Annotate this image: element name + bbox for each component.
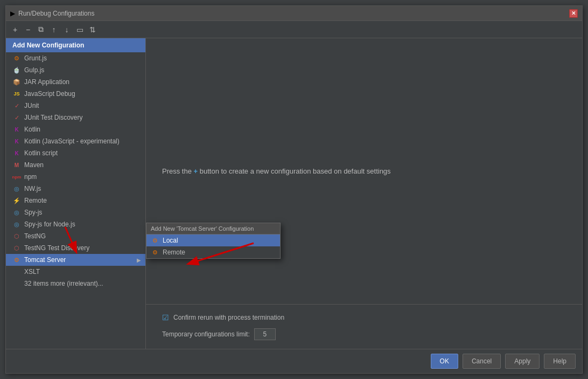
menu-item-label: Kotlin (JavaScript - experimental) [24, 137, 141, 145]
submenu-item-remote[interactable]: ⚙ Remote [146, 246, 280, 258]
submenu-item-label: Remote [163, 249, 276, 256]
gulp-icon: 🍵 [12, 66, 21, 74]
cancel-button[interactable]: Cancel [463, 354, 501, 369]
npm-icon: npm [12, 173, 21, 181]
bottom-options: ☑ Confirm rerun with process termination… [146, 304, 582, 349]
menu-item-maven[interactable]: M Maven [6, 159, 145, 171]
menu-item-label: Tomcat Server [24, 256, 134, 264]
kotlin-js-icon: K [12, 137, 21, 146]
submenu-arrow-icon: ▶ [137, 257, 141, 263]
menu-item-label: Spy-js for Node.js [24, 220, 141, 228]
kotlin-script-icon: K [12, 149, 21, 157]
menu-item-label: JAR Application [24, 78, 141, 86]
add-new-configuration-header[interactable]: Add New Configuration [6, 38, 145, 52]
menu-item-label: JUnit Test Discovery [24, 114, 141, 121]
title-bar: ▶ Run/Debug Configurations ✕ [6, 6, 582, 21]
remove-config-button[interactable]: − [22, 24, 34, 36]
menu-item-npm[interactable]: npm npm [6, 171, 145, 183]
spyjs-icon: ◎ [12, 208, 21, 217]
minus-icon: − [26, 25, 30, 34]
menu-item-spyjs-node[interactable]: ◎ Spy-js for Node.js [6, 218, 145, 230]
folder-icon: ▭ [76, 25, 83, 34]
menu-item-junit[interactable]: ✓ JUnit [6, 100, 145, 112]
copy-config-button[interactable]: ⧉ [35, 24, 47, 36]
dialog-title: Run/Debug Configurations [18, 10, 94, 17]
help-button[interactable]: Help [544, 354, 576, 369]
right-panel: Press the + button to create a new confi… [146, 38, 582, 349]
ok-button[interactable]: OK [431, 354, 458, 369]
arrow-up-icon: ↑ [52, 25, 56, 34]
submenu-header: Add New 'Tomcat Server' Configuration [146, 223, 280, 235]
menu-item-label: Gulp.js [24, 66, 141, 74]
dialog-icon: ▶ [10, 10, 15, 17]
run-debug-dialog: ▶ Run/Debug Configurations ✕ + − ⧉ ↑ ↓ ▭… [5, 5, 583, 374]
junit-icon: ✓ [12, 101, 21, 110]
tomcat-icon: ⚙ [12, 256, 21, 264]
copy-icon: ⧉ [38, 25, 44, 34]
move-down-button[interactable]: ↓ [61, 24, 73, 36]
menu-item-label: TestNG Test Discovery [24, 244, 141, 252]
limit-input[interactable] [254, 328, 276, 340]
menu-item-testng-discovery[interactable]: ⬡ TestNG Test Discovery [6, 242, 145, 254]
sort-icon: ⇅ [89, 25, 96, 34]
menu-item-kotlin-js[interactable]: K Kotlin (JavaScript - experimental) [6, 135, 145, 147]
limit-row: Temporary configurations limit: [162, 328, 566, 340]
menu-item-nw[interactable]: ◎ NW.js [6, 183, 145, 195]
grunt-icon: ⚙ [12, 54, 21, 63]
xslt-icon [12, 267, 21, 276]
menu-item-gulp[interactable]: 🍵 Gulp.js [6, 64, 145, 76]
menu-item-label: NW.js [24, 185, 141, 192]
menu-item-tomcat[interactable]: ⚙ Tomcat Server ▶ [6, 254, 145, 266]
submenu-item-local[interactable]: ⚙ Local [146, 235, 280, 246]
menu-item-junit-discovery[interactable]: ✓ JUnit Test Discovery [6, 112, 145, 123]
menu-item-grunt[interactable]: ⚙ Grunt.js [6, 52, 145, 64]
sort-button[interactable]: ⇅ [87, 24, 99, 36]
menu-item-more[interactable]: 32 items more (irrelevant)... [6, 278, 145, 290]
add-config-button[interactable]: + [9, 24, 21, 36]
folder-button[interactable]: ▭ [74, 24, 86, 36]
menu-item-label: Kotlin script [24, 149, 141, 157]
spyjs-node-icon: ◎ [12, 220, 21, 229]
menu-item-testng[interactable]: ⬡ TestNG [6, 230, 145, 242]
menu-item-label: npm [24, 173, 141, 181]
arrow-down-icon: ↓ [65, 25, 69, 34]
checkbox-label: Confirm rerun with process termination [173, 314, 284, 321]
menu-item-label: 32 items more (irrelevant)... [24, 280, 141, 287]
tomcat-submenu: Add New 'Tomcat Server' Configuration ⚙ … [146, 223, 281, 259]
maven-icon: M [12, 161, 21, 169]
menu-item-jsdebug[interactable]: JS JavaScript Debug [6, 88, 145, 100]
menu-item-jar[interactable]: 📦 JAR Application [6, 76, 145, 88]
title-bar-left: ▶ Run/Debug Configurations [10, 10, 94, 17]
hint-plus-sign: + [194, 167, 198, 175]
menu-item-remote[interactable]: ⚡ Remote [6, 195, 145, 206]
menu-item-label: Spy-js [24, 209, 141, 216]
submenu-item-label: Local [163, 237, 276, 244]
menu-item-kotlin-script[interactable]: K Kotlin script [6, 147, 145, 159]
close-button[interactable]: ✕ [569, 9, 578, 18]
remote-icon: ⚡ [12, 196, 21, 205]
nw-icon: ◎ [12, 184, 21, 193]
menu-item-label: TestNG [24, 232, 141, 240]
add-icon: + [13, 25, 17, 34]
menu-item-spyjs[interactable]: ◎ Spy-js [6, 206, 145, 218]
limit-label: Temporary configurations limit: [162, 330, 250, 338]
menu-item-kotlin[interactable]: K Kotlin [6, 123, 145, 135]
left-panel: Add New Configuration ⚙ Grunt.js 🍵 Gulp.… [6, 38, 146, 349]
apply-button[interactable]: Apply [505, 354, 540, 369]
tomcat-remote-icon: ⚙ [151, 248, 159, 257]
menu-item-label: Maven [24, 161, 141, 169]
menu-item-label: JavaScript Debug [24, 90, 141, 98]
hint-text: Press the + button to create a new confi… [162, 167, 391, 175]
checkbox-icon: ☑ [162, 313, 169, 322]
content-area: Add New Configuration ⚙ Grunt.js 🍵 Gulp.… [6, 38, 582, 349]
testng-discovery-icon: ⬡ [12, 244, 21, 252]
more-icon [12, 279, 21, 288]
checkbox-row: ☑ Confirm rerun with process termination [162, 313, 566, 322]
menu-item-label: Kotlin [24, 126, 141, 133]
move-up-button[interactable]: ↑ [48, 24, 60, 36]
kotlin-icon: K [12, 125, 21, 134]
configuration-type-list: ⚙ Grunt.js 🍵 Gulp.js 📦 JAR Application J… [6, 52, 145, 349]
menu-item-xslt[interactable]: XSLT [6, 266, 145, 278]
menu-item-label: JUnit [24, 102, 141, 109]
jsdebug-icon: JS [12, 89, 21, 98]
